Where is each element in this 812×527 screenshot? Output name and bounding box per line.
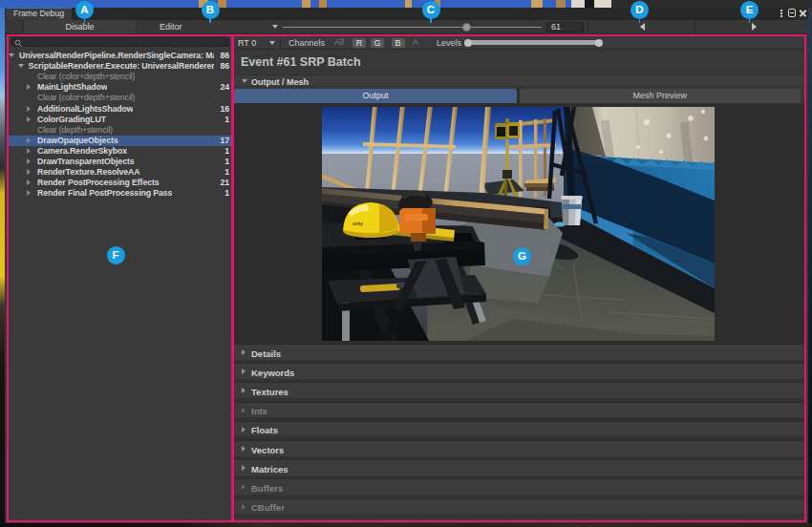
svg-text:unity: unity: [353, 221, 363, 226]
